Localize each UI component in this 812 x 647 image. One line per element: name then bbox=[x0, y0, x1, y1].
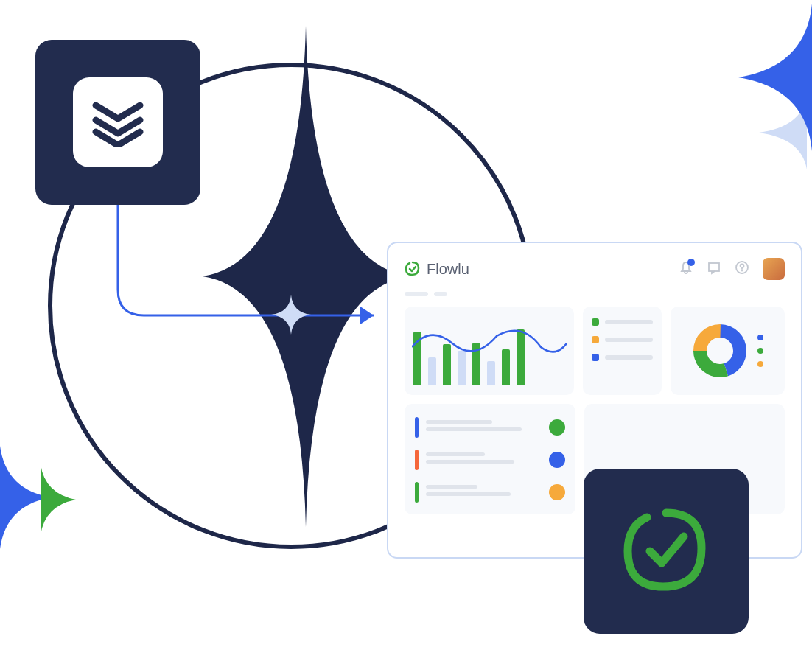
todoist-logo bbox=[73, 77, 163, 167]
svg-point-2 bbox=[741, 270, 743, 272]
svg-rect-0 bbox=[709, 263, 719, 271]
avatar-icon bbox=[549, 484, 565, 500]
flowlu-badge-card bbox=[584, 469, 749, 634]
avatar-icon bbox=[549, 419, 565, 436]
todoist-app-card bbox=[35, 40, 200, 205]
app-title: Flowlu bbox=[427, 261, 469, 278]
bar-chart-widget[interactable] bbox=[405, 307, 574, 395]
app-header: Flowlu bbox=[405, 258, 785, 280]
toolbar-placeholder bbox=[405, 292, 785, 296]
feed-item bbox=[415, 450, 565, 470]
feed-item bbox=[415, 417, 565, 438]
chart-legend bbox=[757, 335, 763, 367]
star-decoration-icon bbox=[738, 4, 812, 151]
list-item bbox=[592, 318, 653, 326]
mini-list-widget[interactable] bbox=[583, 307, 662, 395]
flowlu-check-icon bbox=[619, 504, 713, 598]
notification-dot-icon bbox=[687, 259, 695, 266]
flowlu-logo-icon bbox=[405, 261, 421, 277]
user-avatar[interactable] bbox=[763, 258, 785, 280]
brand: Flowlu bbox=[405, 261, 469, 278]
sparkle-icon bbox=[271, 295, 311, 335]
feed-item bbox=[415, 482, 565, 503]
list-item bbox=[592, 354, 653, 361]
help-button[interactable] bbox=[735, 260, 749, 278]
avatar-icon bbox=[549, 452, 565, 468]
donut-chart-widget[interactable] bbox=[671, 307, 785, 395]
donut-chart-icon bbox=[693, 324, 747, 378]
four-point-star-icon bbox=[203, 26, 409, 527]
chat-button[interactable] bbox=[707, 260, 721, 278]
star-decoration-icon bbox=[41, 464, 76, 535]
notifications-button[interactable] bbox=[679, 260, 693, 278]
activity-feed-widget[interactable] bbox=[405, 404, 575, 514]
list-item bbox=[592, 336, 653, 343]
